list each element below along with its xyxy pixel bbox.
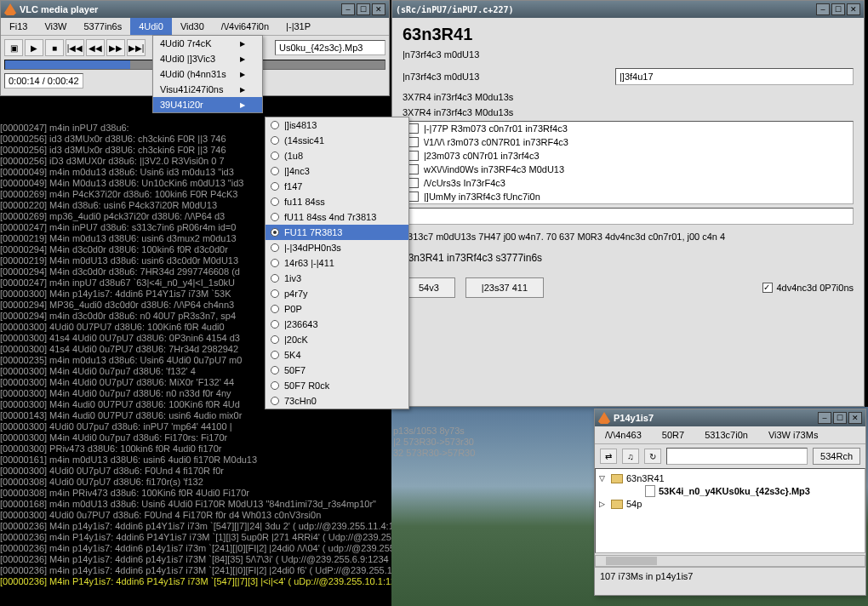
radio-icon: [271, 152, 279, 160]
equalizer-preset[interactable]: (14ssic41: [266, 133, 408, 148]
modules-checklist: |-|77P R3m073 c0n7r01 in73Rf4c3\/1/\/\ r…: [403, 121, 854, 204]
close-button[interactable]: ✕: [847, 3, 860, 15]
equalizer-preset[interactable]: f147: [266, 179, 408, 194]
radio-icon: [271, 289, 279, 298]
radio-icon: [271, 136, 279, 145]
menu-|-|31P[interactable]: |-|31P: [277, 18, 319, 35]
tree-item[interactable]: 53K4i_n0_y4KUs0ku_{42s3c}.Mp3: [599, 484, 861, 498]
module-check-item[interactable]: /\/cUrs3s In73rF4c3: [403, 176, 853, 190]
audio-menu-dropdown: 4Udi0 7r4cK▶4Udi0 |]3Vic3▶4Udi0 (h4nn31s…: [152, 35, 263, 113]
advanced-options-checkbox[interactable]: 4dv4nc3d 0P7i0ns: [762, 283, 854, 293]
equalizer-preset[interactable]: P0P: [266, 301, 408, 317]
playlist-tree[interactable]: ▽63n3R4153K4i_n0_y4KUs0ku_{42s3c}.Mp3▷54…: [595, 468, 865, 553]
equalizer-preset[interactable]: fu11 84ss: [266, 194, 408, 209]
minimize-button[interactable]: –: [818, 412, 831, 424]
playlist-tab[interactable]: Vi3W i73Ms: [758, 426, 828, 443]
equalizer-preset[interactable]: |236643: [266, 317, 408, 332]
playlist-search-input[interactable]: [666, 448, 808, 465]
maximize-button[interactable]: ☐: [357, 3, 370, 15]
loop-button[interactable]: ↻: [644, 449, 661, 464]
radio-icon: [271, 167, 279, 175]
settings-window: (sRc/inPU7/inPU7.c+227) – ☐ ✕ 63n3R41 |n…: [391, 0, 865, 407]
module-check-item[interactable]: |23m073 c0N7r01 in73rf4c3: [403, 149, 853, 163]
interface-module-label: |n73rf4c3 m0dU13: [403, 71, 607, 82]
equalizer-preset[interactable]: 50F7 R0ck: [266, 378, 408, 393]
menu-Vid30[interactable]: Vid30: [172, 18, 213, 35]
playlist-tab[interactable]: /\/\4n463: [595, 426, 652, 443]
equalizer-preset[interactable]: 50F7: [266, 363, 408, 378]
equalizer-preset[interactable]: 1iv3: [266, 271, 408, 286]
equalizer-preset[interactable]: 5K4: [266, 347, 408, 363]
menu-/\/4vi647i0n[interactable]: /\/4vi647i0n: [213, 18, 277, 35]
equalizer-preset[interactable]: (1u8: [266, 148, 408, 163]
equalizer-submenu: |]is4813(14ssic41(1u8|]4nc3f147fu11 84ss…: [265, 117, 409, 409]
forward-button[interactable]: ▶▶: [106, 39, 125, 56]
playlist-titlebar[interactable]: P14y1is7 – ☐ ✕: [595, 409, 865, 426]
tree-toggle-icon[interactable]: ▽: [599, 474, 608, 483]
module-check-item[interactable]: |]UmMy in73Rf4c3 fUnc7i0n: [403, 190, 853, 203]
settings-titlebar[interactable]: (sRc/inPU7/inPU7.c+227) – ☐ ✕: [392, 1, 864, 18]
tree-toggle-icon[interactable]: ▷: [599, 500, 608, 508]
close-button[interactable]: ✕: [372, 3, 385, 15]
shuffle-button[interactable]: ⇄: [600, 449, 617, 464]
equalizer-preset[interactable]: 73cHn0: [266, 393, 408, 409]
radio-icon: [271, 228, 279, 237]
module-check-item[interactable]: |-|77P R3m073 c0n7r01 in73Rf4c3: [403, 122, 853, 135]
menu-4Udi0[interactable]: 4Udi0: [130, 18, 172, 35]
interface-module-input[interactable]: [615, 68, 854, 85]
equalizer-preset[interactable]: |-|34dPH0n3s: [266, 240, 408, 255]
minimize-button[interactable]: –: [816, 3, 830, 15]
next-button[interactable]: ▶▶|: [127, 39, 146, 56]
stop-eject-button[interactable]: ▣: [4, 39, 23, 56]
close-button[interactable]: ✕: [848, 412, 862, 424]
equalizer-preset[interactable]: |]is4813: [266, 117, 408, 133]
module-check-item[interactable]: wX\/\/ind0Ws in73RF4c3 M0dU13: [403, 163, 853, 176]
equalizer-preset[interactable]: fU11 84ss 4nd 7r3813: [266, 209, 408, 225]
playlist-hscrollbar[interactable]: [595, 555, 865, 567]
search-button[interactable]: 534Rch: [813, 448, 860, 465]
menu-Vi3W[interactable]: Vi3W: [36, 18, 75, 35]
equalizer-preset[interactable]: p4r7y: [266, 286, 408, 301]
scrollbar-thumb[interactable]: [606, 557, 657, 565]
now-playing-filename: Us0ku_{42s3c}.Mp3: [275, 40, 385, 55]
menu-item[interactable]: 39U41i20r▶: [153, 97, 262, 112]
playlist-tab[interactable]: 5313c7i0n: [694, 426, 758, 443]
radio-icon: [271, 182, 279, 191]
menu-item[interactable]: 4Udi0 (h4nn31s▶: [153, 66, 262, 82]
stop-button[interactable]: ■: [45, 39, 64, 56]
vlc-window: VLC media player – ☐ ✕ Fi13Vi3W5377in6s4…: [0, 0, 390, 96]
minimize-button[interactable]: –: [341, 3, 355, 15]
rewind-button[interactable]: ◀◀: [86, 39, 105, 56]
save-button[interactable]: 54v3: [403, 277, 455, 298]
prev-button[interactable]: |◀◀: [66, 39, 84, 56]
advanced-options-label: 4dv4nc3d 0P7i0ns: [776, 283, 854, 293]
tree-label: 63n3R41: [626, 473, 665, 483]
menu-Fi13[interactable]: Fi13: [1, 18, 36, 35]
progress-fill: [5, 60, 130, 69]
playlist-tabs: /\/\4n46350R75313c7i0nVi3W i73Ms: [595, 426, 865, 444]
playlist-tab[interactable]: 50R7: [652, 426, 694, 443]
tree-item[interactable]: ▷54p: [599, 498, 861, 510]
radio-icon: [271, 243, 279, 252]
play-button[interactable]: ▶: [25, 39, 43, 56]
module-check-item[interactable]: \/1/\/\ r3m073 c0N7R01 in73RF4c3: [403, 135, 853, 149]
maximize-button[interactable]: ☐: [831, 3, 845, 15]
radio-icon: [271, 121, 279, 129]
menu-item[interactable]: 4Udi0 7r4cK▶: [153, 36, 262, 51]
equalizer-preset[interactable]: |20cK: [266, 332, 408, 347]
modules-edit-box[interactable]: [403, 208, 854, 225]
maximize-button[interactable]: ☐: [833, 412, 847, 424]
equalizer-preset[interactable]: 14r63 |-|411: [266, 255, 408, 271]
menu-item[interactable]: Visu41i247i0ns▶: [153, 82, 262, 97]
settings-heading: 63n3R41: [403, 25, 854, 44]
reset-all-button[interactable]: |23s37 411: [465, 277, 544, 298]
folder-icon: [611, 500, 623, 509]
equalizer-preset[interactable]: FU11 7R3813: [266, 225, 408, 240]
menu-5377in6s[interactable]: 5377in6s: [76, 18, 131, 35]
repeat-button[interactable]: ♫: [622, 449, 639, 464]
vlc-titlebar[interactable]: VLC media player – ☐ ✕: [1, 1, 389, 18]
equalizer-preset[interactable]: |]4nc3: [266, 163, 408, 179]
menu-item[interactable]: 4Udi0 |]3Vic3▶: [153, 51, 262, 66]
submenu-arrow-icon: ▶: [240, 86, 245, 94]
tree-item[interactable]: ▽63n3R41: [599, 472, 861, 484]
